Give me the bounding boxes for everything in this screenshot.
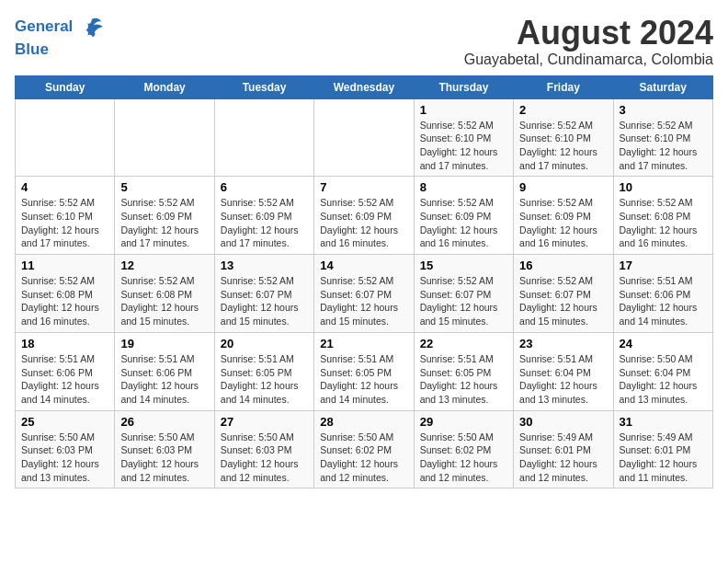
day-number: 21 bbox=[320, 337, 407, 350]
day-header-saturday: Saturday bbox=[613, 75, 712, 98]
day-number: 16 bbox=[519, 259, 607, 272]
calendar-cell: 17Sunrise: 5:51 AMSunset: 6:06 PMDayligh… bbox=[613, 255, 712, 333]
day-info: Sunrise: 5:52 AMSunset: 6:07 PMDaylight:… bbox=[320, 274, 407, 328]
day-number: 5 bbox=[120, 180, 208, 194]
calendar-week-3: 11Sunrise: 5:52 AMSunset: 6:08 PMDayligh… bbox=[16, 255, 713, 333]
day-number: 7 bbox=[320, 180, 407, 194]
calendar-cell: 2Sunrise: 5:52 AMSunset: 6:10 PMDaylight… bbox=[514, 98, 613, 177]
calendar-cell: 21Sunrise: 5:51 AMSunset: 6:05 PMDayligh… bbox=[314, 332, 414, 410]
calendar-cell: 22Sunrise: 5:51 AMSunset: 6:05 PMDayligh… bbox=[414, 332, 513, 410]
calendar-cell: 15Sunrise: 5:52 AMSunset: 6:07 PMDayligh… bbox=[414, 255, 513, 333]
day-info: Sunrise: 5:50 AMSunset: 6:03 PMDaylight:… bbox=[120, 431, 208, 485]
calendar-cell: 28Sunrise: 5:50 AMSunset: 6:02 PMDayligh… bbox=[314, 410, 414, 488]
calendar-cell: 11Sunrise: 5:52 AMSunset: 6:08 PMDayligh… bbox=[16, 255, 115, 333]
day-header-wednesday: Wednesday bbox=[314, 75, 414, 98]
day-info: Sunrise: 5:52 AMSunset: 6:10 PMDaylight:… bbox=[620, 119, 707, 173]
day-info: Sunrise: 5:51 AMSunset: 6:06 PMDaylight:… bbox=[120, 352, 208, 407]
day-number: 9 bbox=[519, 180, 607, 194]
day-info: Sunrise: 5:51 AMSunset: 6:05 PMDaylight:… bbox=[420, 352, 507, 407]
day-info: Sunrise: 5:50 AMSunset: 6:02 PMDaylight:… bbox=[420, 431, 507, 485]
day-number: 4 bbox=[21, 180, 108, 194]
day-header-friday: Friday bbox=[514, 75, 613, 98]
day-info: Sunrise: 5:49 AMSunset: 6:01 PMDaylight:… bbox=[519, 431, 607, 485]
calendar-cell: 30Sunrise: 5:49 AMSunset: 6:01 PMDayligh… bbox=[514, 410, 613, 488]
day-info: Sunrise: 5:52 AMSunset: 6:08 PMDaylight:… bbox=[21, 274, 108, 328]
calendar-cell: 13Sunrise: 5:52 AMSunset: 6:07 PMDayligh… bbox=[214, 255, 313, 333]
calendar-cell: 25Sunrise: 5:50 AMSunset: 6:03 PMDayligh… bbox=[16, 410, 115, 488]
day-number: 12 bbox=[120, 259, 208, 272]
calendar-cell: 20Sunrise: 5:51 AMSunset: 6:05 PMDayligh… bbox=[214, 332, 313, 410]
day-info: Sunrise: 5:51 AMSunset: 6:05 PMDaylight:… bbox=[221, 352, 308, 407]
day-info: Sunrise: 5:49 AMSunset: 6:01 PMDaylight:… bbox=[620, 431, 707, 485]
day-number: 24 bbox=[620, 337, 707, 350]
logo: General Blue bbox=[15, 15, 105, 59]
day-number: 18 bbox=[21, 337, 108, 350]
day-info: Sunrise: 5:52 AMSunset: 6:09 PMDaylight:… bbox=[320, 196, 407, 250]
calendar-cell bbox=[214, 98, 313, 177]
day-info: Sunrise: 5:52 AMSunset: 6:07 PMDaylight:… bbox=[519, 274, 607, 328]
day-info: Sunrise: 5:52 AMSunset: 6:09 PMDaylight:… bbox=[120, 196, 208, 250]
calendar-cell: 24Sunrise: 5:50 AMSunset: 6:04 PMDayligh… bbox=[613, 332, 712, 410]
calendar-cell: 4Sunrise: 5:52 AMSunset: 6:10 PMDaylight… bbox=[16, 177, 115, 255]
day-header-thursday: Thursday bbox=[414, 75, 513, 98]
calendar-cell: 31Sunrise: 5:49 AMSunset: 6:01 PMDayligh… bbox=[613, 410, 712, 488]
day-info: Sunrise: 5:50 AMSunset: 6:03 PMDaylight:… bbox=[221, 431, 308, 485]
calendar-week-5: 25Sunrise: 5:50 AMSunset: 6:03 PMDayligh… bbox=[16, 410, 713, 488]
day-info: Sunrise: 5:52 AMSunset: 6:08 PMDaylight:… bbox=[620, 196, 707, 250]
page-header: General Blue August 2024 Guayabetal, Cun… bbox=[15, 15, 713, 68]
day-number: 11 bbox=[21, 259, 108, 272]
day-number: 2 bbox=[519, 103, 607, 117]
calendar-cell bbox=[16, 98, 115, 177]
calendar-title-block: August 2024 Guayabetal, Cundinamarca, Co… bbox=[464, 15, 713, 68]
day-info: Sunrise: 5:52 AMSunset: 6:07 PMDaylight:… bbox=[420, 274, 507, 328]
day-number: 13 bbox=[221, 259, 308, 272]
day-info: Sunrise: 5:52 AMSunset: 6:07 PMDaylight:… bbox=[221, 274, 308, 328]
day-info: Sunrise: 5:51 AMSunset: 6:04 PMDaylight:… bbox=[519, 352, 607, 407]
day-header-tuesday: Tuesday bbox=[214, 75, 313, 98]
calendar-header: SundayMondayTuesdayWednesdayThursdayFrid… bbox=[16, 75, 713, 98]
calendar-cell: 6Sunrise: 5:52 AMSunset: 6:09 PMDaylight… bbox=[214, 177, 313, 255]
day-number: 17 bbox=[620, 259, 707, 272]
day-info: Sunrise: 5:50 AMSunset: 6:04 PMDaylight:… bbox=[620, 352, 707, 407]
day-number: 30 bbox=[519, 415, 607, 429]
logo-blue: Blue bbox=[15, 40, 105, 59]
calendar-title: August 2024 bbox=[464, 15, 713, 52]
day-number: 26 bbox=[120, 415, 208, 429]
day-number: 23 bbox=[519, 337, 607, 350]
calendar-cell: 7Sunrise: 5:52 AMSunset: 6:09 PMDaylight… bbox=[314, 177, 414, 255]
day-info: Sunrise: 5:52 AMSunset: 6:10 PMDaylight:… bbox=[420, 119, 507, 173]
day-number: 28 bbox=[320, 415, 407, 429]
calendar-cell: 16Sunrise: 5:52 AMSunset: 6:07 PMDayligh… bbox=[514, 255, 613, 333]
day-number: 31 bbox=[620, 415, 707, 429]
calendar-cell: 23Sunrise: 5:51 AMSunset: 6:04 PMDayligh… bbox=[514, 332, 613, 410]
day-info: Sunrise: 5:52 AMSunset: 6:10 PMDaylight:… bbox=[519, 119, 607, 173]
calendar-cell: 3Sunrise: 5:52 AMSunset: 6:10 PMDaylight… bbox=[613, 98, 712, 177]
calendar-cell: 5Sunrise: 5:52 AMSunset: 6:09 PMDaylight… bbox=[115, 177, 214, 255]
day-info: Sunrise: 5:52 AMSunset: 6:10 PMDaylight:… bbox=[21, 196, 108, 250]
calendar-cell: 19Sunrise: 5:51 AMSunset: 6:06 PMDayligh… bbox=[115, 332, 214, 410]
day-info: Sunrise: 5:50 AMSunset: 6:03 PMDaylight:… bbox=[21, 431, 108, 485]
calendar-cell bbox=[314, 98, 414, 177]
day-number: 27 bbox=[221, 415, 308, 429]
calendar-cell: 10Sunrise: 5:52 AMSunset: 6:08 PMDayligh… bbox=[613, 177, 712, 255]
day-info: Sunrise: 5:51 AMSunset: 6:06 PMDaylight:… bbox=[21, 352, 108, 407]
day-info: Sunrise: 5:52 AMSunset: 6:08 PMDaylight:… bbox=[120, 274, 208, 328]
calendar-cell: 27Sunrise: 5:50 AMSunset: 6:03 PMDayligh… bbox=[214, 410, 313, 488]
day-number: 3 bbox=[620, 103, 707, 117]
calendar-cell: 8Sunrise: 5:52 AMSunset: 6:09 PMDaylight… bbox=[414, 177, 513, 255]
day-info: Sunrise: 5:51 AMSunset: 6:06 PMDaylight:… bbox=[620, 274, 707, 328]
logo-bird-icon bbox=[79, 15, 105, 40]
day-number: 1 bbox=[420, 103, 507, 117]
day-number: 15 bbox=[420, 259, 507, 272]
day-number: 20 bbox=[221, 337, 308, 350]
calendar-week-1: 1Sunrise: 5:52 AMSunset: 6:10 PMDaylight… bbox=[16, 98, 713, 177]
day-info: Sunrise: 5:52 AMSunset: 6:09 PMDaylight:… bbox=[519, 196, 607, 250]
days-of-week-row: SundayMondayTuesdayWednesdayThursdayFrid… bbox=[16, 75, 713, 98]
day-number: 29 bbox=[420, 415, 507, 429]
calendar-cell: 14Sunrise: 5:52 AMSunset: 6:07 PMDayligh… bbox=[314, 255, 414, 333]
day-info: Sunrise: 5:51 AMSunset: 6:05 PMDaylight:… bbox=[320, 352, 407, 407]
day-number: 19 bbox=[120, 337, 208, 350]
day-info: Sunrise: 5:52 AMSunset: 6:09 PMDaylight:… bbox=[221, 196, 308, 250]
day-number: 8 bbox=[420, 180, 507, 194]
calendar-body: 1Sunrise: 5:52 AMSunset: 6:10 PMDaylight… bbox=[16, 98, 713, 488]
